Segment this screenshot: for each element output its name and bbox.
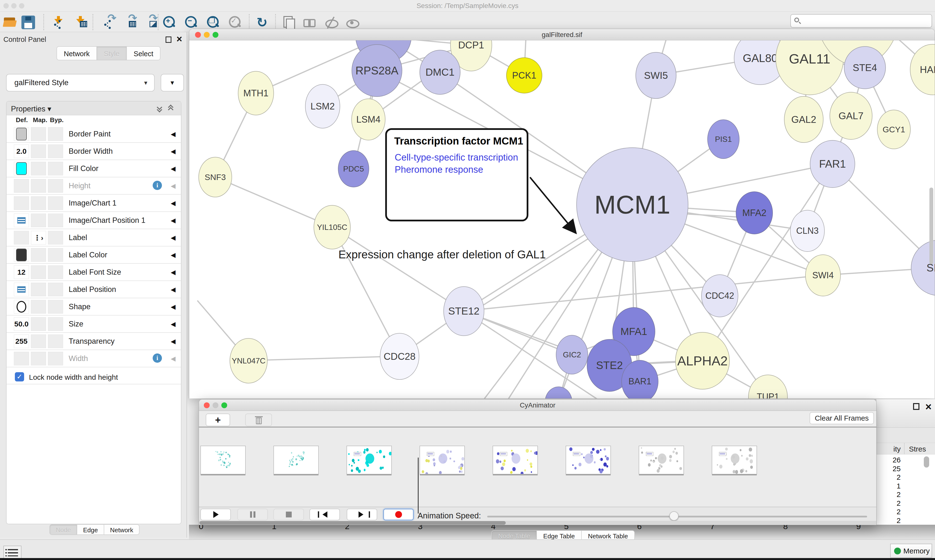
bypass-cell[interactable] [48,231,63,245]
mapping-cell[interactable] [31,196,46,210]
mapping-cell[interactable]: ⋮› [31,231,46,245]
bypass-cell[interactable] [48,162,63,175]
table-cell-value[interactable]: 25 [876,465,901,473]
property-row-image-chart-1[interactable]: Image/Chart 1◀ [6,195,181,212]
play-button[interactable] [201,509,231,520]
mapping-cell[interactable] [31,127,46,141]
bypass-cell[interactable] [48,179,63,193]
network-vertical-scrollbar[interactable] [929,188,933,264]
expand-arrow-icon[interactable]: ◀ [171,148,176,155]
add-frame-button[interactable]: + [206,414,230,426]
zoom-fit-icon[interactable]: ❐ [207,15,220,29]
default-value-cell[interactable]: 2.0 [14,145,29,158]
mapping-cell[interactable] [31,352,46,365]
expand-arrow-icon[interactable]: ◀ [171,234,176,242]
default-value-cell[interactable]: 12 [14,265,29,279]
table-cell-value[interactable]: 2 [876,473,901,482]
float-window-icon[interactable] [913,403,920,410]
close-icon[interactable]: × [925,401,932,413]
table-column-header[interactable]: Stres [909,445,926,453]
zoom-out-icon[interactable]: − [185,15,198,29]
bypass-cell[interactable] [48,196,63,210]
property-row-width[interactable]: Widthi◀ [6,350,181,367]
cyanimator-titlebar[interactable]: CyAnimator [199,400,876,411]
frame-thumbnail-4[interactable] [492,446,538,474]
bypass-cell[interactable] [48,334,63,348]
skip-start-button[interactable] [310,509,340,520]
tab-network[interactable]: Network [57,46,97,60]
clear-all-frames-button[interactable]: Clear All Frames [810,412,874,424]
expand-arrow-icon[interactable]: ◀ [171,182,176,190]
table-column-header[interactable]: ity [876,445,901,453]
refresh-icon[interactable]: ↻ [255,15,269,29]
property-row-shape[interactable]: Shape◀ [6,298,181,315]
export-table-icon[interactable] [122,15,136,29]
default-value-cell[interactable]: 50.0 [14,317,29,331]
property-row-border-width[interactable]: 2.0Border Width◀ [6,143,181,160]
cyanimator-timeline[interactable]: 0123456789 Seconds [199,428,876,507]
copy-icon[interactable] [282,15,296,29]
expand-arrow-icon[interactable]: ◀ [171,251,176,259]
lock-size-checkbox[interactable]: ✓ [15,372,24,382]
bypass-cell[interactable] [48,127,63,141]
expand-arrow-icon[interactable]: ◀ [171,269,176,276]
tab-edge[interactable]: Edge [77,524,104,535]
search-field[interactable] [790,14,932,28]
property-row-size[interactable]: 50.0Size◀ [6,315,181,333]
expand-arrow-icon[interactable]: ◀ [171,355,176,363]
mapping-cell[interactable] [31,145,46,158]
default-value-cell[interactable] [14,352,29,365]
bypass-cell[interactable] [48,214,63,227]
show-panels-button[interactable] [3,546,22,559]
annotation-box[interactable]: Transcription factor MCM1 Cell-type-spec… [385,128,528,222]
annotation-link[interactable]: Cell-type-specific transcription [395,152,518,163]
bypass-cell[interactable] [48,283,63,296]
properties-header[interactable]: Properties ▾ [6,102,181,115]
mapping-cell[interactable] [31,317,46,331]
bypass-cell[interactable] [48,300,63,314]
frame-thumbnail-6[interactable] [639,446,684,474]
table-cell-value[interactable]: 1 [876,482,901,490]
table-cell-value[interactable]: 2 [876,517,901,525]
scrollbar-thumb[interactable] [199,521,506,525]
bypass-cell[interactable] [48,317,63,331]
property-row-label[interactable]: ⋮›Label◀ [6,229,181,246]
property-row-border-paint[interactable]: Border Paint◀ [6,126,181,143]
expand-arrow-icon[interactable]: ◀ [171,338,176,345]
property-row-label-position[interactable]: Label Position◀ [6,281,181,298]
frame-thumbnail-2[interactable] [347,446,392,474]
network-window-titlebar[interactable]: galFiltered.sif [189,29,935,40]
import-network-icon[interactable] [52,15,65,29]
style-selector[interactable]: galFiltered Style ▾ [6,74,154,91]
bypass-cell[interactable] [48,248,63,262]
frame-thumbnail-7[interactable] [712,446,757,474]
default-value-cell[interactable] [14,127,29,141]
export-image-icon[interactable] [143,15,157,29]
zoom-selected-icon[interactable]: ✓ [228,15,242,29]
binocs-icon[interactable] [303,15,316,29]
table-cell-value[interactable]: 2 [876,499,901,508]
frame-thumbnail-1[interactable] [273,446,319,474]
table-cell-value[interactable]: 26 [876,456,901,464]
mapping-cell[interactable] [31,265,46,279]
property-row-image-chart-position-1[interactable]: Image/Chart Position 1◀ [6,212,181,229]
default-value-cell[interactable]: 255 [14,334,29,348]
animation-speed-slider-thumb[interactable] [670,511,679,521]
tab-node[interactable]: Node [49,524,77,535]
bypass-cell[interactable] [48,145,63,158]
search-input[interactable] [804,15,928,26]
property-row-label-font-size[interactable]: 12Label Font Size◀ [6,264,181,281]
default-value-cell[interactable] [14,214,29,227]
property-row-transparency[interactable]: 255Transparency◀ [6,333,181,350]
zoom-in-icon[interactable]: + [163,15,176,29]
cyanimator-horizontal-scrollbar[interactable] [199,521,876,525]
default-value-cell[interactable] [14,248,29,262]
default-value-cell[interactable] [14,196,29,210]
collapse-all-icon[interactable] [168,105,175,112]
style-options-button[interactable]: ▾ [161,74,184,91]
frame-thumbnail-5[interactable] [566,446,611,474]
export-network-icon[interactable] [102,15,116,29]
float-window-icon[interactable] [165,37,171,43]
mapping-cell[interactable] [31,162,46,175]
expand-arrow-icon[interactable]: ◀ [171,200,176,207]
